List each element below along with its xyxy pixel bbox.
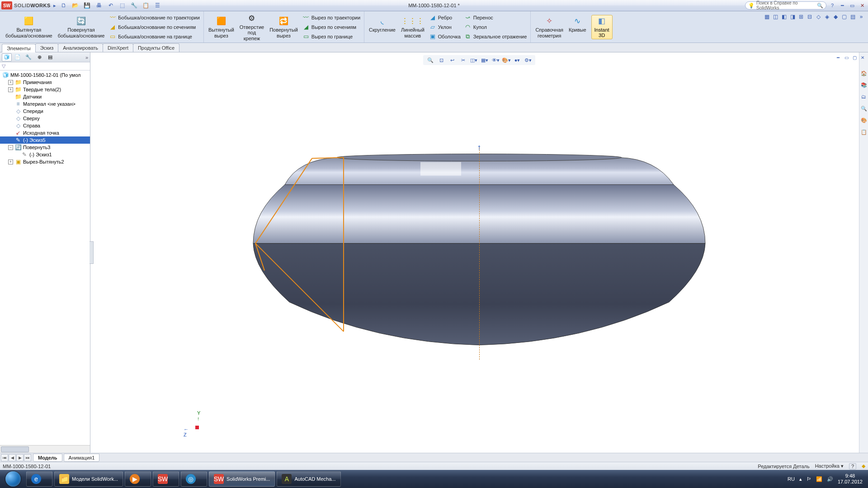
view-right-icon[interactable]: ◨ <box>788 13 797 21</box>
taskbar-autocad[interactable]: AAutoCAD Mecha... <box>277 471 340 487</box>
new-icon[interactable]: 🗋 <box>60 1 68 9</box>
tree-sketch5[interactable]: ✎(-) Эскиз5 <box>0 136 90 144</box>
tree-annotations[interactable]: +📁Примечания <box>0 79 90 86</box>
view-left-icon[interactable]: ◧ <box>780 13 788 21</box>
view-settings-icon[interactable]: ⚙▾ <box>524 56 533 64</box>
minimize-icon[interactable]: ━ <box>838 2 846 9</box>
close-icon[interactable]: ✕ <box>858 2 866 9</box>
tab-animation1[interactable]: Анимация1 <box>64 454 100 462</box>
hole-wizard-button[interactable]: ⚙ Отверстиеподкрепеж <box>238 13 266 42</box>
fm-tab-tree-icon[interactable]: 🧊 <box>2 53 12 61</box>
status-rebuild-icon[interactable]: ◆ <box>862 463 865 469</box>
undo-icon[interactable]: ↶ <box>107 1 115 9</box>
tree-top-plane[interactable]: ◇Сверху <box>0 115 90 122</box>
extruded-boss-button[interactable]: 🟨 Вытянутаябобышка/основание <box>4 15 54 38</box>
tab-sketch[interactable]: Эскиз <box>35 43 58 52</box>
zoom-fit-icon[interactable]: 🔍 <box>426 56 435 64</box>
view-dimetric-icon[interactable]: ◆ <box>831 13 840 21</box>
options-icon[interactable]: 📋 <box>142 1 150 9</box>
taskbar-sw-launcher[interactable]: SW <box>153 471 179 487</box>
view-top-icon[interactable]: ⊞ <box>797 13 805 21</box>
section-view-icon[interactable]: ✂ <box>458 56 467 64</box>
lofted-boss-button[interactable]: ◢Бобышка/основание по сечениям <box>108 23 201 31</box>
view-orient-icon[interactable]: ◫▾ <box>469 56 478 64</box>
help-search-input[interactable]: 💡 Поиск в Справке по SolidWorks 🔍 <box>745 1 826 9</box>
tree-revolve3[interactable]: −🔄Повернуть3 <box>0 144 90 151</box>
feature-filter-input[interactable]: ▽ <box>0 62 90 70</box>
expand-icon[interactable]: + <box>8 160 13 164</box>
menu-dropdown-icon[interactable]: ▸ <box>53 3 56 9</box>
hide-show-icon[interactable]: 👁▾ <box>491 56 500 64</box>
status-units-button[interactable]: Настройка ▾ <box>815 463 844 469</box>
view-front-icon[interactable]: ▦ <box>763 13 771 21</box>
view-bottom-icon[interactable]: ⊟ <box>806 13 814 21</box>
tab-features[interactable]: Элементы <box>2 44 36 52</box>
rebuild-icon[interactable]: 🔧 <box>130 1 138 9</box>
reference-geometry-button[interactable]: ✧ Справочнаягеометрия <box>533 15 565 38</box>
expand-icon[interactable]: + <box>8 87 13 92</box>
tree-root[interactable]: 🧊MM-1000-1580-12-01 (По умол <box>0 71 90 79</box>
tab-first-icon[interactable]: ⏮ <box>1 454 8 461</box>
tree-cut-extrude2[interactable]: +▣Вырез-Вытянуть2 <box>0 158 90 165</box>
viewport-restore-icon[interactable]: ▭ <box>843 54 850 61</box>
view-single-icon[interactable]: ▢ <box>840 13 848 21</box>
tray-volume-icon[interactable]: 🔊 <box>827 476 833 482</box>
start-button[interactable] <box>2 471 24 487</box>
open-icon[interactable]: 📂 <box>71 1 80 9</box>
instant3d-button[interactable]: ◧ Instant3D <box>591 15 613 39</box>
tray-clock[interactable]: 9:4817.07.2012 <box>838 473 863 485</box>
tree-sketch1[interactable]: ✎(-) Эскиз1 <box>0 151 90 158</box>
mirror-button[interactable]: ⧉Зеркальное отражение <box>463 33 528 41</box>
help-icon[interactable]: ? <box>828 2 836 9</box>
print-icon[interactable]: 🖶 <box>95 1 103 9</box>
tree-solid-bodies[interactable]: +📁Твердые тела(2) <box>0 86 90 93</box>
fm-tab-property-icon[interactable]: 📄 <box>13 53 23 61</box>
viewport-close-icon[interactable]: ✕ <box>859 54 866 61</box>
fm-tab-dimxpert-icon[interactable]: ⊕ <box>34 53 44 61</box>
previous-view-icon[interactable]: ↩ <box>448 56 457 64</box>
tray-language[interactable]: RU <box>788 476 795 482</box>
scene-icon[interactable]: 🎨▾ <box>502 56 511 64</box>
settings-icon[interactable]: ☰ <box>154 1 162 9</box>
draft-button[interactable]: ▱Уклон <box>428 23 462 31</box>
expand-icon[interactable]: + <box>8 80 13 85</box>
lofted-cut-button[interactable]: ◢Вырез по сечениям <box>302 23 361 31</box>
status-help-icon[interactable]: ? <box>849 463 856 469</box>
taskbar-media[interactable]: ▶ <box>125 471 151 487</box>
tray-chevron-icon[interactable]: ▴ <box>799 476 802 482</box>
taskbar-explorer[interactable]: 📁Модели SolidWork... <box>54 471 123 487</box>
revolved-cut-button[interactable]: 🔁 Повернутыйвырез <box>268 15 300 38</box>
shell-button[interactable]: ▣Оболочка <box>428 33 462 41</box>
dome-button[interactable]: ◠Купол <box>463 23 528 31</box>
view-trimetric-icon[interactable]: ◈ <box>823 13 831 21</box>
wrap-button[interactable]: ⤻Перенос <box>463 14 528 22</box>
swept-cut-button[interactable]: 〰Вырез по траектории <box>302 14 361 22</box>
tree-origin[interactable]: ↙Исходная точка <box>0 129 90 136</box>
select-icon[interactable]: ⬚ <box>118 1 127 9</box>
taskpane-explorer-icon[interactable]: 🗂 <box>859 94 868 106</box>
taskpane-custom-icon[interactable]: 📋 <box>859 129 868 141</box>
taskbar-solidworks[interactable]: SWSolidWorks Premi... <box>209 471 275 487</box>
viewport-min-icon[interactable]: ━ <box>835 54 842 61</box>
tab-next-icon[interactable]: ▶ <box>16 454 24 461</box>
fm-tab-display-icon[interactable]: ▤ <box>45 53 55 61</box>
tree-material[interactable]: ≡Материал <не указан> <box>0 100 90 108</box>
tree-sensors[interactable]: 📁Датчики <box>0 93 90 100</box>
zoom-area-icon[interactable]: ⊡ <box>437 56 446 64</box>
fm-tab-config-icon[interactable]: 🔧 <box>24 53 33 61</box>
taskpane-view-icon[interactable]: 🔍 <box>859 106 868 117</box>
taskpane-appearance-icon[interactable]: 🎨 <box>859 117 868 129</box>
display-style-icon[interactable]: ▦▾ <box>480 56 489 64</box>
graphics-viewport[interactable]: ━ ▭ ▢ ✕ 🔍 ⊡ ↩ ✂ ◫▾ ▦▾ 👁▾ 🎨▾ ●▾ ⚙▾ ↑ <box>90 52 868 453</box>
tray-flag-icon[interactable]: 🏳 <box>807 476 811 482</box>
view-more-icon[interactable]: » <box>857 13 865 21</box>
collapse-icon[interactable]: − <box>8 145 13 150</box>
boundary-boss-button[interactable]: ▭Бобышка/основание на границе <box>108 33 201 41</box>
appearance-icon[interactable]: ●▾ <box>513 56 522 64</box>
linear-pattern-button[interactable]: ⋮⋮⋮ Линейныймассив <box>399 15 426 38</box>
swept-boss-button[interactable]: 〰Бобышка/основание по траектории <box>108 14 201 22</box>
tray-network-icon[interactable]: 📶 <box>816 476 822 482</box>
tree-right-plane[interactable]: ◇Справа <box>0 122 90 129</box>
rib-button[interactable]: ◢Ребро <box>428 14 462 22</box>
boundary-cut-button[interactable]: ▭Вырез по границе <box>302 33 361 41</box>
